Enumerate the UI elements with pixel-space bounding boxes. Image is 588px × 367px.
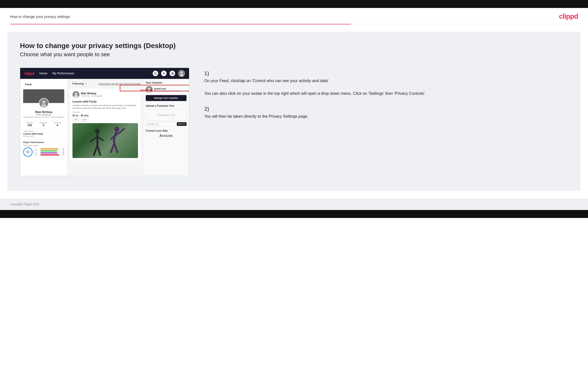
svg-marker-26 [151,89,152,91]
followers-stat: Followers 3 [40,122,47,127]
followers-value: 3 [40,124,47,127]
profile-name: Blair McHarg [23,110,64,113]
svg-point-6 [180,74,184,77]
control-link[interactable]: Control who can see your activity and da… [98,83,140,85]
search-icon[interactable] [153,71,158,76]
app-nav-right [153,70,185,77]
app-val: 85 [61,150,64,152]
svg-point-13 [95,129,100,134]
arg-label: ARG [34,152,40,154]
svg-line-18 [97,146,100,156]
following-label: Following [54,122,61,124]
profile-icon[interactable] [161,71,167,76]
location-icon [154,90,156,92]
instruction-2-number: 2) [204,106,568,112]
add-link-button[interactable]: Add Link [177,122,187,126]
app-nav: clippd Home My Performance [20,68,189,79]
followers-label: Followers [40,122,47,124]
instructions: 1) On your Feed, click/tap on 'Control w… [199,68,568,128]
coach-club: Royal North Devon Golf Club [154,90,179,92]
upload-section: Upload a Trackman Test Trackman Link Add… [146,105,187,126]
coach-club-name: Royal North Devon Golf Club [156,90,179,92]
header: How to change your privacy settings clip… [0,8,588,24]
golfer-silhouette-2 [106,126,128,158]
ott-bar-fill [40,148,58,150]
svg-point-24 [155,91,155,91]
putt-label: PUTT [34,154,40,156]
activity-card: Blair McHarg Yesterday · Sunningdale Les… [70,89,140,160]
page-heading: How to change your privacy settings (Des… [20,42,568,50]
app-bar-fill [40,150,57,152]
coach-info: David Ford Royal North Devon Golf Club [154,88,179,92]
putt-bar-fill [40,154,59,156]
activity-desc: Looking to feel like my hands are exitin… [72,104,138,109]
following-stat: Following 4 [54,122,61,127]
app-nav-home: Home [39,72,47,75]
latest-activity-section: Latest Activity Lesson with Fordy 03 Aug… [23,130,64,137]
putt-val: 96 [61,154,64,156]
copyright: Copyright Clippd 2022 [10,203,40,206]
activity-duration-label: Duration [72,111,138,113]
activity-location: Yesterday · Sunningdale [81,95,102,97]
feed-tab: Feed [23,82,64,87]
footer: Copyright Clippd 2022 [0,199,588,210]
svg-point-19 [114,127,119,132]
svg-line-15 [90,137,97,142]
activities-stat: Activities 131 [26,122,33,127]
profile-cover [23,89,64,103]
following-value: 4 [54,124,61,127]
svg-point-11 [75,93,77,95]
svg-point-2 [163,72,165,74]
app-bar-bg [40,150,60,152]
activity-user-name: Blair McHarg [81,92,102,95]
logo: clippd [559,12,578,20]
main-content: How to change your privacy settings (Des… [7,32,581,191]
activity-duration-value: 01 hr : 30 min [72,114,138,117]
app-label: APP [34,150,40,152]
profile-club: Royal North Devon Golf Club, United King… [23,116,64,118]
connect-section: Connect your data Arccos [146,129,187,138]
instruction-1-number: 1) [204,70,568,77]
arg-bar-bg [40,152,60,154]
svg-line-17 [94,146,97,156]
instruction-1-text: On your Feed, click/tap on 'Control who … [204,78,568,97]
arg-bar-fill [40,152,57,154]
instruction-1: 1) On your Feed, click/tap on 'Control w… [204,70,568,97]
trackman-input[interactable] [146,122,176,126]
arccos-logo: Arccos [146,134,187,138]
content-row: clippd Home My Performance [20,68,568,176]
following-button[interactable]: Following [70,81,89,86]
svg-point-12 [74,95,78,98]
profile-stats: Activities 131 Followers 3 Following 4 [23,120,64,128]
app-nav-logo: clippd [24,71,34,75]
player-performance: Player Performance Total Player Quality … [23,139,64,157]
ott-val: 90 [61,148,64,150]
tpq-label: Total Player Quality [23,145,64,146]
app-bar-row: APP 85 [34,150,64,152]
coaches-section-title: Your Coaches [146,81,187,84]
coach-name: David Ford [154,88,179,90]
ott-bar-bg [40,148,60,150]
header-divider [10,24,578,24]
activity-user-row: Blair McHarg Yesterday · Sunningdale [72,91,138,98]
profile-avatar-inner [39,99,48,107]
manage-coaches-button[interactable]: Manage Your Coaches [146,95,187,101]
app-screenshot: clippd Home My Performance [20,68,189,176]
globe-icon[interactable] [170,71,175,76]
page-subheading: Choose what you want people to see [20,51,568,58]
activity-user-info: Blair McHarg Yesterday · Sunningdale [81,92,102,97]
profile-avatar [39,98,49,108]
header-title: How to change your privacy settings [10,14,70,19]
bars-col: OTT 90 APP [34,148,64,156]
latest-activity-label: Latest Activity [23,130,64,132]
instruction-2: 2) You will then be taken directly to th… [204,106,568,120]
tag-ott: OTT [72,118,80,122]
app-nav-performance: My Performance [52,72,74,75]
user-avatar-nav[interactable] [178,70,185,77]
app-feed: Following Control who can see your activ… [67,79,143,176]
ott-bar-row: OTT 90 [34,148,64,150]
activity-tags: OTT APP [72,118,138,122]
svg-line-1 [156,74,157,75]
score-circle: 92 [23,147,33,157]
activities-value: 131 [26,124,33,127]
